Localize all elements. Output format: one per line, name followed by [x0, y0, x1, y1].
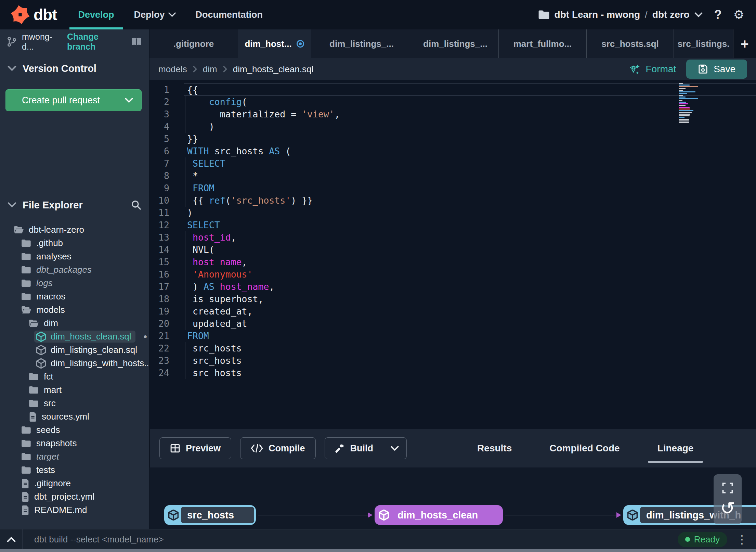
file-name: target — [36, 451, 59, 462]
nav-documentation[interactable]: Documentation — [196, 0, 263, 29]
change-branch-link[interactable]: Change branch — [67, 32, 125, 52]
fullscreen-icon[interactable] — [721, 482, 734, 494]
compile-button[interactable]: Compile — [240, 437, 316, 459]
editor-tab[interactable]: .gitignore — [149, 29, 238, 58]
model-cube-icon — [625, 510, 640, 521]
editor-workspace: .gitignoredim_host...dim_listings_...dim… — [149, 29, 756, 529]
indent-guide — [185, 182, 185, 194]
minimap-line — [679, 112, 692, 113]
build-dropdown[interactable] — [383, 438, 406, 459]
file-name: dim_hosts_clean.sql — [51, 331, 131, 342]
tab-results[interactable]: Results — [477, 429, 512, 467]
kebab-menu-icon[interactable]: ⋮ — [736, 536, 748, 543]
file-tree-item[interactable]: dim_hosts_clean.sql• — [0, 330, 149, 343]
lineage-node[interactable]: src_hosts — [164, 505, 256, 525]
file-tree-item[interactable]: dim — [0, 317, 149, 330]
format-button[interactable]: Format — [628, 63, 676, 75]
command-input[interactable]: dbt build --select <model_name> — [34, 534, 164, 545]
code-editor[interactable]: 1{{2 config(3 materialized = 'view',4 )5… — [149, 80, 756, 429]
file-tree-item[interactable]: sources.yml — [0, 410, 149, 423]
tree-item-pill: fct — [27, 371, 57, 383]
minimap-line — [679, 117, 685, 118]
breadcrumb: models dim dim_hosts_clean.sql — [158, 64, 313, 75]
file-tree-item[interactable]: dbt_project.yml — [0, 490, 149, 503]
create-pull-request-button[interactable]: Create pull request — [5, 89, 142, 111]
settings-gear-icon[interactable]: ⚙ — [733, 9, 744, 21]
editor-tab[interactable]: dim_listings_... — [311, 29, 412, 58]
command-bar-toggle[interactable] — [0, 529, 23, 549]
file-tree-item[interactable]: seeds — [0, 423, 149, 437]
file-tree-item[interactable]: dim_listings_with_hosts... — [0, 357, 149, 370]
file-tree-item[interactable]: analyses — [0, 250, 149, 263]
file-tree-item[interactable]: tests — [0, 463, 149, 477]
tab-compiled-code[interactable]: Compiled Code — [549, 429, 620, 467]
chevron-down-icon — [391, 446, 399, 451]
lineage-node-label: dim_hosts_clean — [391, 507, 501, 523]
code-text: {{ ref('src_hosts') }} — [184, 194, 756, 207]
folder-icon — [21, 439, 31, 448]
file-tree-item[interactable]: mart — [0, 383, 149, 397]
lineage-node-label: src_hosts — [181, 507, 254, 523]
file-name: .gitignore — [34, 478, 71, 489]
file-explorer-header[interactable]: File Explorer — [0, 191, 149, 219]
minimap-line — [679, 90, 683, 91]
version-control-header[interactable]: Version Control — [0, 54, 149, 83]
tab-label: mart_fullmo... — [513, 39, 572, 49]
editor-tab[interactable]: mart_fullmo... — [499, 29, 587, 58]
pull-request-dropdown[interactable] — [116, 90, 141, 111]
chevron-down-icon — [8, 66, 16, 71]
status-right: Ready ⋮ — [678, 532, 756, 547]
new-tab-button[interactable]: + — [733, 29, 756, 58]
code-text: {{ — [184, 84, 756, 96]
tree-item-pill: src — [27, 397, 60, 409]
bottom-scrollbar[interactable] — [0, 549, 756, 552]
tab-lineage[interactable]: Lineage — [657, 429, 694, 467]
dbt-logo[interactable]: dbt — [0, 5, 66, 25]
save-button[interactable]: Save — [686, 60, 747, 79]
model-cube-icon — [36, 332, 46, 342]
editor-tab[interactable]: src_hosts.sql — [587, 29, 674, 58]
file-tree-item[interactable]: .gitignore — [0, 477, 149, 490]
file-tree-item[interactable]: dbt-learn-zero — [0, 223, 149, 236]
file-tree-item[interactable]: target — [0, 450, 149, 463]
nav-develop[interactable]: Develop — [78, 0, 114, 29]
file-tree-item[interactable]: src — [0, 397, 149, 410]
minimap-line — [679, 122, 689, 123]
help-icon[interactable]: ? — [714, 9, 722, 21]
lineage-node[interactable]: dim_hosts_clean — [375, 505, 503, 525]
file-tree-item[interactable]: snapshots — [0, 437, 149, 450]
file-tree-item[interactable]: dim_listings_clean.sql — [0, 343, 149, 357]
editor-minimap[interactable] — [679, 83, 700, 124]
preview-button[interactable]: Preview — [159, 437, 231, 459]
code-lines: 1{{2 config(3 materialized = 'view',4 )5… — [149, 84, 756, 379]
file-tree-item[interactable]: README.md — [0, 503, 149, 517]
line-number: 1 — [149, 84, 184, 96]
indent-guide — [185, 96, 185, 108]
file-tree-item[interactable]: logs — [0, 277, 149, 290]
file-tree-item[interactable]: models — [0, 303, 149, 317]
nav-deploy[interactable]: Deploy — [134, 0, 176, 29]
breadcrumb-separator: / — [645, 9, 648, 20]
file-icon — [21, 505, 29, 515]
file-tree-item[interactable]: dbt_packages — [0, 263, 149, 277]
model-cube-icon — [166, 510, 181, 521]
lineage-edge — [258, 515, 372, 515]
editor-tab[interactable]: src_listings. — [674, 29, 733, 58]
editor-tab[interactable]: dim_listings_... — [412, 29, 499, 58]
breadcrumb-dim[interactable]: dim — [203, 64, 217, 75]
code-text: src_hosts — [184, 342, 756, 355]
editor-tab[interactable]: dim_host... — [238, 29, 311, 58]
file-tree-item[interactable]: macros — [0, 290, 149, 303]
docs-book-icon[interactable] — [131, 37, 142, 47]
code-text: ) — [184, 120, 756, 133]
breadcrumb-models[interactable]: models — [158, 64, 187, 75]
lineage-edge — [505, 515, 621, 515]
indent-guide — [185, 281, 185, 293]
search-icon[interactable] — [131, 200, 142, 210]
reset-view-icon[interactable]: ↺ — [720, 499, 735, 517]
project-selector[interactable]: dbt Learn - mwong / dbt zero — [538, 9, 703, 20]
minimap-line — [679, 100, 682, 101]
build-button[interactable]: Build — [325, 438, 383, 459]
file-tree-item[interactable]: .github — [0, 236, 149, 250]
file-tree-item[interactable]: fct — [0, 370, 149, 383]
